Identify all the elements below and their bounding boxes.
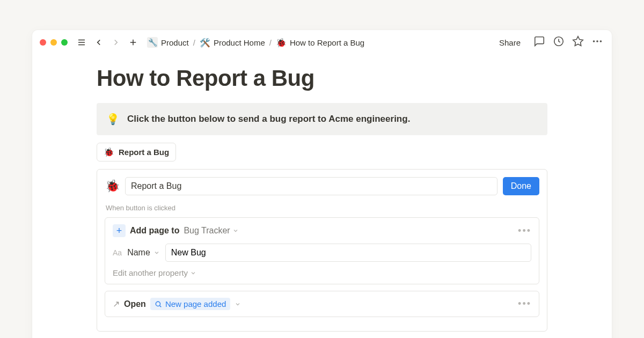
share-button[interactable]: Share — [496, 36, 524, 49]
breadcrumb-label: Product — [161, 38, 189, 47]
ladybug-icon: 🐞 — [104, 147, 114, 157]
action-target-select[interactable]: Bug Tracker — [184, 226, 238, 236]
forward-icon[interactable] — [109, 36, 122, 49]
svg-point-10 — [156, 302, 160, 306]
search-icon — [155, 300, 162, 308]
more-icon[interactable] — [591, 35, 603, 49]
svg-point-8 — [596, 40, 598, 42]
action-more-icon[interactable]: ••• — [518, 225, 531, 237]
back-icon[interactable] — [92, 36, 105, 49]
report-bug-button[interactable]: 🐞 Report a Bug — [97, 143, 176, 161]
config-header: 🐞 Done — [105, 177, 539, 195]
button-config-panel: 🐞 Done When button is clicked + Add page… — [97, 169, 547, 332]
breadcrumb-separator: / — [193, 38, 195, 47]
ladybug-icon[interactable]: 🐞 — [105, 179, 120, 194]
action-header: ↗ Open New page added ••• — [113, 298, 531, 310]
svg-marker-6 — [573, 36, 583, 46]
window-controls — [40, 39, 68, 46]
done-button[interactable]: Done — [503, 177, 539, 195]
callout-block[interactable]: 💡 Click the button below to send a bug r… — [97, 103, 547, 135]
menu-icon[interactable] — [75, 36, 88, 49]
breadcrumb-item-product-home[interactable]: 🛠️ Product Home — [199, 36, 266, 49]
button-name-input[interactable] — [125, 177, 497, 195]
updates-icon[interactable] — [553, 35, 565, 49]
breadcrumb-label: Product Home — [214, 38, 265, 47]
close-window-icon[interactable] — [40, 39, 46, 46]
trigger-label: When button is clicked — [106, 204, 538, 212]
lightbulb-icon: 💡 — [106, 113, 120, 126]
favorite-icon[interactable] — [572, 35, 584, 49]
svg-point-7 — [593, 40, 595, 42]
page-content: How to Report a Bug 💡 Click the button b… — [32, 55, 612, 332]
chevron-down-icon — [153, 249, 160, 256]
action-verb: Add page to — [130, 226, 179, 236]
edit-another-property[interactable]: Edit another property — [113, 268, 531, 277]
action-header: + Add page to Bug Tracker ••• — [113, 224, 531, 237]
page-title: How to Report a Bug — [97, 65, 547, 91]
app-window: 🔧 Product / 🛠️ Product Home / 🐞 How to R… — [32, 30, 612, 338]
chevron-down-icon — [190, 270, 196, 276]
breadcrumb-separator: / — [269, 38, 272, 47]
wrench-icon: 🔧 — [147, 37, 158, 48]
open-target-pill[interactable]: New page added — [150, 298, 230, 310]
text-property-icon: Aa — [113, 248, 122, 257]
button-label: Report a Bug — [119, 148, 169, 157]
breadcrumb-item-product[interactable]: 🔧 Product — [146, 36, 190, 49]
tools-icon: 🛠️ — [200, 38, 210, 48]
topbar-actions — [533, 35, 603, 49]
chevron-down-icon — [232, 227, 239, 234]
zoom-window-icon[interactable] — [61, 39, 68, 46]
breadcrumb-label: How to Report a Bug — [290, 38, 364, 47]
svg-line-11 — [160, 305, 162, 307]
action-verb: Open — [124, 299, 146, 309]
open-arrow-icon: ↗ — [113, 299, 120, 309]
callout-text: Click the button below to send a bug rep… — [127, 114, 410, 124]
plus-icon: + — [113, 224, 126, 237]
action-add-page[interactable]: + Add page to Bug Tracker ••• Aa Name — [105, 217, 539, 284]
minimize-window-icon[interactable] — [50, 39, 57, 46]
property-value-input[interactable] — [165, 244, 531, 262]
ladybug-icon: 🐞 — [276, 38, 287, 48]
property-row: Aa Name — [113, 244, 531, 262]
breadcrumb: 🔧 Product / 🛠️ Product Home / 🐞 How to R… — [146, 36, 365, 49]
topbar: 🔧 Product / 🛠️ Product Home / 🐞 How to R… — [32, 30, 612, 55]
comments-icon[interactable] — [533, 35, 545, 49]
chevron-down-icon — [235, 301, 241, 307]
svg-point-9 — [600, 40, 602, 42]
new-page-icon[interactable] — [127, 36, 140, 49]
breadcrumb-item-current[interactable]: 🐞 How to Report a Bug — [275, 36, 365, 49]
action-open[interactable]: ↗ Open New page added ••• — [105, 291, 539, 317]
property-select[interactable]: Name — [127, 248, 160, 258]
action-more-icon[interactable]: ••• — [518, 298, 531, 310]
